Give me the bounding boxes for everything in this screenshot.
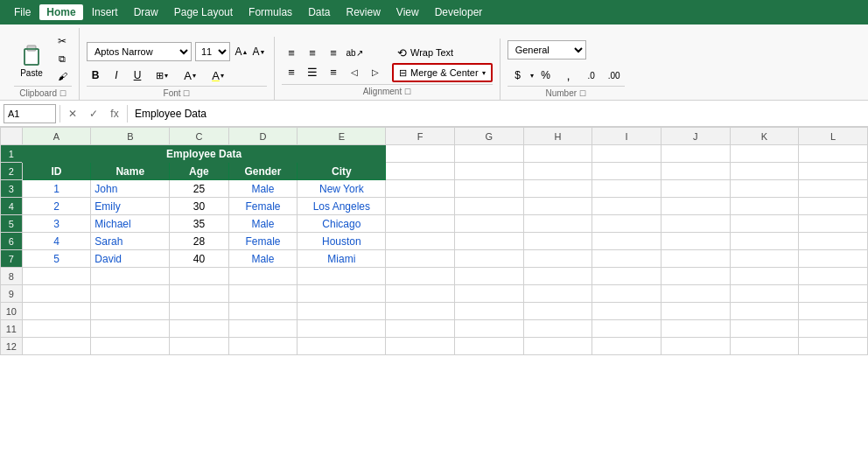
cell-H5[interactable] xyxy=(523,215,592,233)
col-header-D[interactable]: D xyxy=(228,128,298,145)
cell-L4[interactable] xyxy=(799,198,868,215)
row-num-4[interactable]: 4 xyxy=(1,198,23,215)
cell-L5[interactable] xyxy=(799,215,868,233)
cell-J2[interactable] xyxy=(661,163,730,180)
cell-K5[interactable] xyxy=(730,215,799,233)
cell-F4[interactable] xyxy=(386,198,455,215)
cell-G2[interactable] xyxy=(455,163,524,180)
indent-decrease-button[interactable]: ◁ xyxy=(345,63,364,80)
cell-C7[interactable]: 40 xyxy=(170,250,228,268)
cell-B3[interactable]: John xyxy=(91,180,170,198)
font-color-button[interactable]: A ▾ xyxy=(206,66,230,84)
number-format-select[interactable]: General xyxy=(508,40,586,60)
cell-H7[interactable] xyxy=(523,250,592,268)
col-header-E[interactable]: E xyxy=(298,128,386,145)
bold-button[interactable]: B xyxy=(87,66,104,84)
cell-J4[interactable] xyxy=(661,198,730,215)
cell-J1[interactable] xyxy=(661,145,730,163)
cell-K7[interactable] xyxy=(730,250,799,268)
col-header-G[interactable]: G xyxy=(455,128,524,145)
cell-L6[interactable] xyxy=(799,233,868,250)
increase-decimal-button[interactable]: .0 xyxy=(581,66,602,84)
cell-G3[interactable] xyxy=(455,180,524,198)
cell-G1[interactable] xyxy=(455,145,524,163)
cell-A7[interactable]: 5 xyxy=(22,250,91,268)
cell-C2[interactable]: Age xyxy=(170,163,228,180)
cell-H1[interactable] xyxy=(523,145,592,163)
cell-K3[interactable] xyxy=(730,180,799,198)
align-right-button[interactable]: ≡ xyxy=(324,63,343,80)
menu-developer[interactable]: Developer xyxy=(428,4,490,20)
cell-F2[interactable] xyxy=(386,163,455,180)
cell-I7[interactable] xyxy=(592,250,662,268)
cell-F5[interactable] xyxy=(386,215,455,233)
row-num-2[interactable]: 2 xyxy=(1,163,23,180)
cell-B5[interactable]: Michael xyxy=(91,215,170,233)
cell-D2[interactable]: Gender xyxy=(228,163,298,180)
menu-formulas[interactable]: Formulas xyxy=(242,4,299,20)
cell-E2[interactable]: City xyxy=(298,163,386,180)
cell-G7[interactable] xyxy=(455,250,524,268)
cell-B6[interactable]: Sarah xyxy=(91,233,170,250)
cell-D7[interactable]: Male xyxy=(228,250,298,268)
cell-L3[interactable] xyxy=(799,180,868,198)
align-middle-button[interactable]: ≡ xyxy=(303,44,322,61)
copy-button[interactable]: ⧉ xyxy=(52,51,72,66)
row-num-7[interactable]: 7 xyxy=(1,250,23,268)
align-center-button[interactable]: ☰ xyxy=(303,63,322,80)
cell-J6[interactable] xyxy=(661,233,730,250)
row-num-11[interactable]: 11 xyxy=(1,320,23,338)
cell-F6[interactable] xyxy=(386,233,455,250)
cell-L1[interactable] xyxy=(799,145,868,163)
col-header-C[interactable]: C xyxy=(170,128,228,145)
cell-C5[interactable]: 35 xyxy=(170,215,228,233)
cell-G6[interactable] xyxy=(455,233,524,250)
cell-J5[interactable] xyxy=(661,215,730,233)
cell-K2[interactable] xyxy=(730,163,799,180)
cell-E7[interactable]: Miami xyxy=(298,250,386,268)
col-header-I[interactable]: I xyxy=(592,128,662,145)
cell-E4[interactable]: Los Angeles xyxy=(298,198,386,215)
insert-function-button[interactable]: fx xyxy=(106,105,123,122)
comma-button[interactable]: ‚ xyxy=(558,66,579,84)
menu-home[interactable]: Home xyxy=(39,4,82,20)
cell-K4[interactable] xyxy=(730,198,799,215)
cell-D6[interactable]: Female xyxy=(228,233,298,250)
format-painter-button[interactable]: 🖌 xyxy=(52,68,72,84)
currency-dropdown[interactable]: ▾ xyxy=(530,72,534,80)
cell-G5[interactable] xyxy=(455,215,524,233)
cell-I5[interactable] xyxy=(592,215,662,233)
cell-A2[interactable]: ID xyxy=(22,163,91,180)
underline-button[interactable]: U xyxy=(129,66,146,84)
cell-A4[interactable]: 2 xyxy=(22,198,91,215)
fill-color-button[interactable]: A ▾ xyxy=(178,66,202,84)
decrease-font-button[interactable]: A▼ xyxy=(251,44,267,60)
decrease-decimal-button[interactable]: .00 xyxy=(604,66,625,84)
cell-J7[interactable] xyxy=(661,250,730,268)
cell-A6[interactable]: 4 xyxy=(22,233,91,250)
row-num-5[interactable]: 5 xyxy=(1,215,23,233)
cell-L2[interactable] xyxy=(799,163,868,180)
cell-J3[interactable] xyxy=(661,180,730,198)
cell-F7[interactable] xyxy=(386,250,455,268)
cell-E5[interactable]: Chicago xyxy=(298,215,386,233)
cell-A3[interactable]: 1 xyxy=(22,180,91,198)
cell-F3[interactable] xyxy=(386,180,455,198)
cell-E6[interactable]: Houston xyxy=(298,233,386,250)
align-left-button[interactable]: ≡ xyxy=(282,63,301,80)
col-header-L[interactable]: L xyxy=(799,128,868,145)
font-size-select[interactable]: 11 xyxy=(195,42,230,61)
italic-button[interactable]: I xyxy=(108,66,125,84)
col-header-B[interactable]: B xyxy=(91,128,170,145)
col-header-H[interactable]: H xyxy=(523,128,592,145)
border-button[interactable]: ⊞ ▾ xyxy=(150,66,174,84)
cell-G4[interactable] xyxy=(455,198,524,215)
cell-L7[interactable] xyxy=(799,250,868,268)
row-num-8[interactable]: 8 xyxy=(1,268,23,285)
cell-I4[interactable] xyxy=(592,198,662,215)
cell-I3[interactable] xyxy=(592,180,662,198)
cell-D4[interactable]: Female xyxy=(228,198,298,215)
menu-view[interactable]: View xyxy=(389,4,426,20)
cell-C3[interactable]: 25 xyxy=(170,180,228,198)
cell-D5[interactable]: Male xyxy=(228,215,298,233)
